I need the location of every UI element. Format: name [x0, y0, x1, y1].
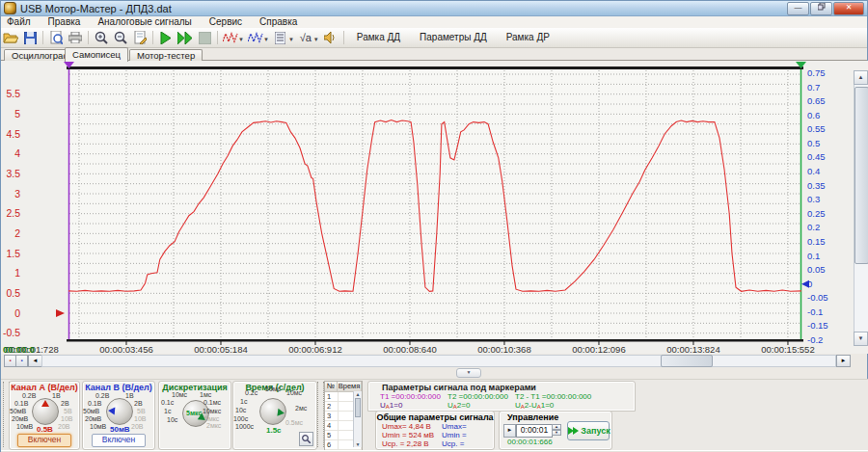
- dial-option: 2В: [134, 400, 143, 407]
- signal-b-icon: [248, 32, 263, 43]
- channel-b-enable-button[interactable]: Включен: [92, 434, 146, 447]
- left-axis-label: 4.5: [6, 128, 20, 140]
- dial-option: 2мкс: [206, 422, 221, 429]
- interval-spinner[interactable]: ▲▼: [552, 424, 561, 436]
- time-zoom-button[interactable]: [299, 432, 313, 446]
- scroll-right-button[interactable]: ►: [836, 355, 851, 367]
- dial-option: 0.1с: [161, 399, 174, 406]
- toolbar-text-button-0[interactable]: Рамка ДД: [347, 29, 410, 46]
- channel-a-enable-button[interactable]: Включен: [17, 434, 71, 447]
- save-button[interactable]: [20, 29, 40, 46]
- horizontal-scroll-track[interactable]: [41, 355, 836, 367]
- panel-grip[interactable]: [317, 382, 324, 447]
- table-scrollbar[interactable]: ▲▼: [353, 391, 362, 447]
- signal-b-dropdown[interactable]: ▼: [263, 37, 269, 42]
- menu-3[interactable]: Сервис: [201, 16, 251, 28]
- play-all-button[interactable]: [176, 29, 195, 46]
- channel-b-zero-arrow[interactable]: [801, 280, 809, 288]
- close-button[interactable]: ✕: [833, 2, 864, 15]
- marker-b-button[interactable]: ▪: [15, 355, 28, 367]
- report-button[interactable]: [130, 29, 149, 46]
- formula-dropdown[interactable]: ▼: [313, 37, 319, 42]
- dial-option: 20В: [58, 423, 69, 430]
- vertical-scrollbar[interactable]: ▲ ▼: [854, 70, 868, 346]
- menu-1[interactable]: Правка: [40, 16, 90, 28]
- open-button[interactable]: [1, 29, 20, 46]
- scroll-down-button[interactable]: ▼: [854, 332, 868, 346]
- dial-option: 10мВ: [16, 423, 33, 430]
- general-param-row: Umax= 4,84 ВUmax=: [376, 422, 494, 431]
- general-params-title: Общие параметры сигнала: [376, 412, 494, 422]
- print-icon: [68, 32, 82, 43]
- general-param-a: Umin = 524 мВ: [376, 431, 442, 439]
- time-axis: [67, 339, 803, 342]
- stop-button[interactable]: [195, 29, 214, 46]
- zoom-out-button[interactable]: [111, 29, 130, 46]
- collapse-panel-button[interactable]: ▼: [456, 368, 481, 378]
- formula-button[interactable]: √a: [296, 29, 315, 46]
- tab-1[interactable]: Самописец: [65, 47, 128, 62]
- spin-down-icon[interactable]: ▼: [552, 430, 561, 436]
- row-number: 2: [325, 402, 339, 411]
- dial-option: 10В: [61, 415, 72, 422]
- right-axis-label: 0.15: [807, 236, 826, 247]
- right-axis-label: 0.25: [807, 208, 826, 219]
- menu-0[interactable]: Файл: [1, 16, 40, 28]
- horizontal-scroll-thumb[interactable]: [661, 355, 713, 367]
- right-axis-label: 0.35: [807, 180, 826, 191]
- right-axis-label: 0.55: [807, 123, 826, 134]
- timebase-knob[interactable]: [259, 398, 286, 425]
- right-axis-label: -0.15: [807, 320, 828, 331]
- signal-a-icon: [223, 32, 238, 43]
- minimize-button[interactable]: —: [787, 2, 809, 15]
- restore-button[interactable]: [810, 2, 832, 15]
- print-button[interactable]: [66, 29, 85, 46]
- x-tick-label: 00:00:08:640: [383, 344, 436, 354]
- dial-option: 10мс: [286, 389, 302, 396]
- menu-4[interactable]: Справка: [251, 16, 306, 28]
- menu-2[interactable]: Аналоговые сигналы: [89, 16, 200, 28]
- right-axis-label: 0.45: [807, 151, 826, 162]
- left-axis-label: 5.5: [6, 88, 20, 99]
- sound-button[interactable]: [321, 29, 340, 46]
- interval-spinbox[interactable]: 0:00:01: [516, 424, 553, 438]
- notes-dropdown[interactable]: ▼: [288, 37, 294, 42]
- row-number: 4: [325, 421, 339, 430]
- channel-b-value: 50мВ: [110, 425, 130, 434]
- tab-2[interactable]: Мотор-тестер: [129, 49, 203, 61]
- start-button[interactable]: Запуск: [567, 421, 610, 440]
- tab-strip: ОсциллографСамописецМотор-тестер: [1, 47, 867, 61]
- row-number: 5: [325, 431, 339, 439]
- marker-time-label: 00:00:0: [3, 344, 35, 354]
- x-tick-label: 00:00:03:456: [99, 344, 152, 354]
- dial-option: 50мс: [265, 386, 281, 392]
- signal-chart[interactable]: 00:00:01:72800:00:03:45600:00:05:18400:0…: [1, 61, 868, 354]
- scroll-left-button[interactable]: ◄: [28, 355, 42, 367]
- print-preview-icon: [50, 31, 63, 44]
- scroll-up-button[interactable]: ▲: [854, 70, 868, 85]
- stop-icon: [199, 32, 211, 44]
- vertical-scroll-thumb[interactable]: [854, 87, 868, 264]
- toolbar-text-button-2[interactable]: Рамка ДР: [497, 29, 559, 46]
- channel-a-knob[interactable]: [32, 398, 59, 425]
- toolbar-text-button-1[interactable]: Параметры ДД: [410, 29, 497, 46]
- table-header-1: Время: [338, 382, 362, 391]
- notes-button[interactable]: [271, 29, 290, 46]
- play-button[interactable]: [156, 29, 176, 46]
- title-bar: USB Мотор-Мастер - ДПД3.dat — ✕: [1, 1, 867, 16]
- left-axis-label: 5: [14, 108, 20, 120]
- signal-b-button[interactable]: [246, 29, 265, 46]
- step-play-button[interactable]: ►: [503, 424, 516, 438]
- signal-a-button[interactable]: [221, 29, 240, 46]
- channel-a-zero-arrow[interactable]: [56, 309, 65, 317]
- open-icon: [3, 32, 18, 43]
- zoom-in-button[interactable]: [92, 29, 111, 46]
- time-table[interactable]: №Время123456▲▼: [324, 381, 363, 450]
- dial-option: 10мВ: [90, 423, 106, 430]
- plot-area[interactable]: [68, 68, 801, 341]
- dial-option: 1000с: [235, 423, 254, 430]
- dial-option: 0.1В: [88, 400, 101, 407]
- channel-b-knob[interactable]: [106, 398, 133, 425]
- print-preview-button[interactable]: [46, 29, 66, 46]
- signal-a-dropdown[interactable]: ▼: [238, 37, 244, 42]
